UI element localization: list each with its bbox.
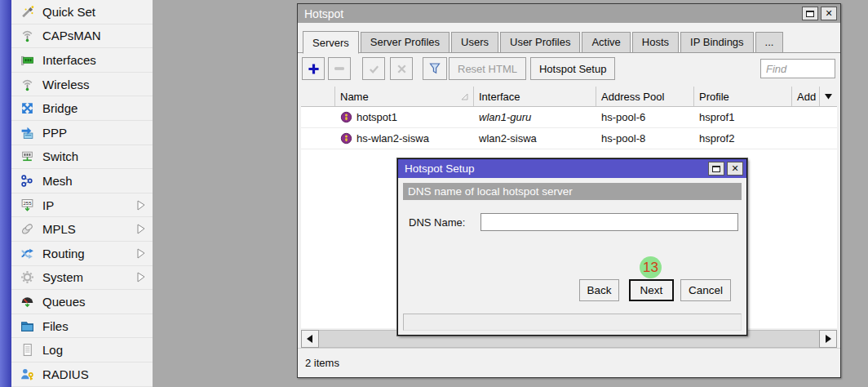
- next-button[interactable]: Next: [629, 279, 674, 301]
- maximize-icon: [806, 11, 814, 17]
- disable-button[interactable]: [390, 57, 413, 80]
- sidebar-item-label: Queues: [42, 295, 86, 309]
- sidebar-item-label: MPLS: [42, 222, 76, 236]
- column-chooser-button[interactable]: [819, 87, 837, 106]
- hotspot-window-titlebar[interactable]: Hotspot ✕: [298, 4, 840, 23]
- tab-users[interactable]: Users: [451, 32, 498, 53]
- tab-user-profiles[interactable]: User Profiles: [500, 32, 580, 53]
- mesh-nodes-icon: [20, 173, 34, 188]
- dialog-close-button[interactable]: ✕: [727, 162, 743, 176]
- remove-button[interactable]: [328, 57, 351, 80]
- sidebar-item-quick-set[interactable]: Quick Set: [11, 0, 153, 24]
- server-name: hotspot1: [356, 111, 397, 123]
- sidebar-item-label: Switch: [42, 149, 78, 163]
- tab-servers[interactable]: Servers: [303, 31, 359, 54]
- column-header-interface[interactable]: Interface: [474, 87, 596, 106]
- log-sheet-icon: [20, 343, 34, 358]
- sidebar-item-label: Routing: [42, 247, 85, 260]
- dialog-title: Hotspot Setup: [405, 162, 475, 175]
- enable-button[interactable]: [362, 57, 385, 80]
- column-header-address-pool[interactable]: Address Pool: [596, 87, 694, 106]
- sidebar-item-label: Log: [42, 343, 63, 357]
- cancel-button[interactable]: Cancel: [680, 279, 731, 301]
- server-name: hs-wlan2-siswa: [356, 132, 429, 145]
- routing-arrows-icon: [20, 246, 34, 260]
- window-title: Hotspot: [304, 7, 343, 20]
- sidebar-item-mpls[interactable]: MPLS: [11, 217, 153, 242]
- sidebar-item-radius[interactable]: RADIUS: [11, 363, 153, 387]
- hotspot-setup-dialog: Hotspot Setup ✕ DNS name of local hotspo…: [397, 158, 747, 336]
- server-interface: wlan1-guru: [474, 107, 596, 127]
- server-address-pool: hs-pool-6: [596, 107, 694, 127]
- sidebar-item-bridge[interactable]: Bridge: [11, 96, 153, 121]
- sidebar-item-system[interactable]: System: [11, 266, 153, 291]
- tab-overflow[interactable]: ...: [755, 32, 784, 53]
- sidebar-item-switch[interactable]: Switch: [11, 145, 153, 170]
- submenu-arrow-icon: [137, 224, 145, 234]
- sidebar-item-label: IP: [42, 198, 54, 212]
- close-button[interactable]: ✕: [821, 7, 837, 20]
- sidebar-item-ppp[interactable]: PPP: [11, 121, 153, 145]
- sidebar-item-mesh[interactable]: Mesh: [11, 169, 153, 194]
- dns-name-label: DNS Name:: [409, 216, 465, 229]
- add-button[interactable]: [302, 57, 325, 80]
- servers-toolbar: Reset HTML Hotspot Setup: [302, 57, 615, 80]
- servers-table-header: Name Interface Address Pool Profile Add: [301, 87, 837, 107]
- switch-icon: [20, 149, 34, 164]
- antenna-icon: [20, 77, 34, 91]
- sidebar-item-capsman[interactable]: CAPsMAN: [11, 24, 153, 49]
- column-header-flags[interactable]: [301, 87, 335, 106]
- filter-button[interactable]: [423, 57, 447, 80]
- column-header-profile[interactable]: Profile: [694, 87, 792, 106]
- antenna-icon: [20, 29, 34, 43]
- dialog-titlebar[interactable]: Hotspot Setup ✕: [398, 159, 746, 178]
- sidebar-item-queues[interactable]: Queues: [11, 290, 153, 314]
- hotspot-tabbar: Servers Server Profiles Users User Profi…: [303, 31, 783, 53]
- find-input[interactable]: [760, 59, 835, 78]
- bridge-arrows-icon: [20, 101, 34, 116]
- column-header-name[interactable]: Name: [335, 87, 474, 106]
- sidebar-item-label: Wireless: [42, 78, 90, 91]
- sidebar-item-ip[interactable]: 255 IP: [11, 194, 153, 218]
- sidebar-item-label: System: [42, 270, 83, 284]
- user-key-icon: [20, 367, 34, 381]
- tab-ip-bindings[interactable]: IP Bindings: [680, 32, 754, 53]
- dialog-maximize-button[interactable]: [708, 162, 724, 176]
- tab-server-profiles[interactable]: Server Profiles: [361, 32, 450, 53]
- wizard-step-banner: DNS name of local hotspot server: [403, 183, 742, 200]
- column-header-add[interactable]: Add: [792, 87, 819, 106]
- sort-ascending-icon: [461, 93, 468, 100]
- maximize-button[interactable]: [802, 7, 818, 20]
- tab-hosts[interactable]: Hosts: [632, 32, 679, 53]
- ppp-icon: [20, 125, 34, 140]
- sidebar-item-label: CAPsMAN: [42, 29, 101, 42]
- reset-html-button[interactable]: Reset HTML: [449, 57, 526, 80]
- magic-wand-icon: [20, 4, 34, 19]
- table-row[interactable]: hotspot1 wlan1-guru hs-pool-6 hsprof1: [301, 107, 837, 128]
- server-profile: hsprof1: [694, 107, 792, 127]
- sidebar-item-log[interactable]: Log: [11, 338, 153, 363]
- server-interface: wlan2-siswa: [474, 128, 596, 149]
- submenu-arrow-icon: [137, 248, 145, 259]
- back-button[interactable]: Back: [579, 279, 619, 301]
- sidebar-item-files[interactable]: Files: [11, 314, 153, 339]
- table-row[interactable]: hs-wlan2-siswa wlan2-siswa hs-pool-8 hsp…: [301, 128, 837, 149]
- winbox-accent-strip: [0, 0, 11, 387]
- svg-text:255: 255: [23, 201, 32, 206]
- hotspot-setup-button[interactable]: Hotspot Setup: [530, 57, 615, 80]
- sidebar-item-label: Bridge: [42, 101, 78, 115]
- tab-active[interactable]: Active: [582, 32, 630, 53]
- scroll-left-button[interactable]: [301, 330, 319, 348]
- items-count: 2 items: [305, 357, 339, 369]
- dns-name-input[interactable]: [480, 213, 738, 231]
- sidebar-item-wireless[interactable]: Wireless: [11, 73, 153, 97]
- sidebar-item-interfaces[interactable]: Interfaces: [11, 48, 153, 73]
- sidebar-item-routing[interactable]: Routing: [11, 242, 153, 266]
- submenu-arrow-icon: [137, 272, 145, 282]
- hotspot-server-icon: [340, 132, 352, 145]
- sidebar-item-label: RADIUS: [42, 367, 89, 381]
- ip-255-icon: 255: [20, 198, 34, 212]
- network-card-icon: [20, 52, 34, 67]
- scroll-right-button[interactable]: [819, 330, 837, 348]
- sidebar-item-label: Mesh: [42, 174, 73, 188]
